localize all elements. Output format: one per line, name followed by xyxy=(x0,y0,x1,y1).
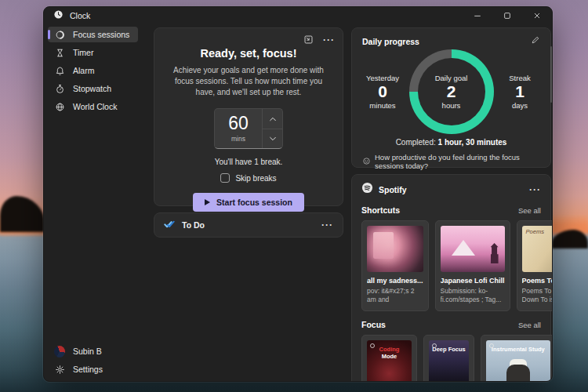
decrease-minutes-button[interactable] xyxy=(263,129,282,149)
playlist-card[interactable]: Instrumental Study Instrumental Study A … xyxy=(481,335,552,382)
spotify-icon xyxy=(361,182,373,197)
daily-progress-panel: Daily progress Yesterday 0 minutes xyxy=(351,27,551,168)
selected-accent-bar xyxy=(48,30,50,39)
stopwatch-icon xyxy=(54,84,65,94)
world-clock-icon xyxy=(54,102,65,112)
alarm-icon xyxy=(54,66,65,76)
todo-check-icon xyxy=(164,218,175,232)
popout-button[interactable] xyxy=(303,34,314,45)
spotify-panel: Spotify ··· Shortcuts See all all my sad… xyxy=(351,174,551,382)
focus-subtitle: Achieve your goals and get more done wit… xyxy=(165,65,332,98)
sidebar-item-label: Focus sessions xyxy=(73,30,129,39)
stat-streak: Streak 1 days xyxy=(499,74,540,110)
todo-panel[interactable]: To Do ··· xyxy=(154,212,343,238)
focus-title: Ready, set, focus! xyxy=(154,47,343,60)
minimize-button[interactable] xyxy=(463,7,492,24)
spotify-title: Spotify xyxy=(379,185,524,194)
sidebar-item-label: World Clock xyxy=(73,102,117,111)
smiley-icon xyxy=(362,157,371,167)
album-art: Deep Focus xyxy=(429,340,469,382)
more-button[interactable]: ··· xyxy=(323,37,335,43)
album-art: CodingMode xyxy=(367,340,412,382)
timer-icon xyxy=(54,48,65,58)
minutes-unit: mins xyxy=(231,135,245,143)
sidebar-item-focus-sessions[interactable]: Focus sessions xyxy=(48,27,138,42)
playlist-card[interactable]: Poems Poems To Calm D... Poems To Calm D… xyxy=(517,220,552,311)
scrollbar[interactable] xyxy=(550,46,553,103)
break-note: You'll have 1 break. xyxy=(154,158,343,166)
progress-ring: Daily goal 2 hours xyxy=(409,49,494,134)
spotify-mini-icon xyxy=(489,343,494,348)
shortcuts-see-all-link[interactable]: See all xyxy=(518,206,541,215)
album-art: Poems xyxy=(522,226,552,272)
sidebar-item-alarm[interactable]: Alarm xyxy=(48,63,138,78)
sidebar-item-settings[interactable]: Settings xyxy=(48,361,138,377)
user-name: Subin B xyxy=(73,347,102,356)
app-title: Clock xyxy=(70,11,90,20)
more-icon: ··· xyxy=(323,37,335,43)
album-art xyxy=(367,226,423,272)
sidebar-item-label: Timer xyxy=(73,48,93,57)
todo-title: To Do xyxy=(182,220,314,230)
spotify-mini-icon xyxy=(370,343,375,348)
maximize-button[interactable] xyxy=(492,7,522,24)
sidebar-item-label: Alarm xyxy=(73,66,94,75)
completed-text: Completed: 1 hour, 30 minutes xyxy=(362,138,540,147)
minutes-value[interactable]: 60 xyxy=(228,114,249,132)
stat-daily-goal: Daily goal 2 hours xyxy=(431,74,472,110)
sidebar-item-timer[interactable]: Timer xyxy=(48,45,138,60)
productivity-question[interactable]: How productive do you feel during the fo… xyxy=(362,153,540,170)
start-focus-session-button[interactable]: Start focus session xyxy=(193,193,304,212)
avatar xyxy=(54,346,65,358)
main-content: ··· Ready, set, focus! Achieve your goal… xyxy=(142,24,552,382)
focus-see-all-link[interactable]: See all xyxy=(518,321,541,329)
close-button[interactable] xyxy=(522,7,552,24)
clock-app-icon xyxy=(53,9,64,23)
sidebar-item-label: Settings xyxy=(73,365,103,374)
spotify-mini-icon xyxy=(432,343,437,348)
chevron-up-icon xyxy=(269,113,277,125)
tree-silhouette-left xyxy=(0,196,45,232)
stat-yesterday: Yesterday 0 minutes xyxy=(362,74,403,110)
album-art xyxy=(441,226,505,272)
titlebar[interactable]: Clock xyxy=(44,7,552,24)
start-button-label: Start focus session xyxy=(216,198,292,207)
focus-setup-panel: ··· Ready, set, focus! Achieve your goal… xyxy=(154,27,343,206)
chevron-down-icon xyxy=(269,132,277,144)
spotify-more-button[interactable]: ··· xyxy=(529,187,541,193)
focus-heading: Focus xyxy=(361,320,386,329)
more-icon: ··· xyxy=(321,222,333,228)
todo-more-button[interactable]: ··· xyxy=(321,222,333,228)
focus-sessions-icon xyxy=(54,30,65,40)
clock-app-window: Clock Focus sessions xyxy=(43,6,553,382)
increase-minutes-button[interactable] xyxy=(263,109,282,129)
daily-progress-title: Daily progress xyxy=(362,37,419,46)
sidebar-item-label: Stopwatch xyxy=(73,84,111,93)
sidebar-item-stopwatch[interactable]: Stopwatch xyxy=(48,81,138,96)
skip-breaks-checkbox[interactable] xyxy=(220,173,230,183)
sidebar: Focus sessions Timer Alarm xyxy=(44,24,142,382)
playlist-card[interactable]: CodingMode Coding Mode Dedicated to all … xyxy=(361,335,417,382)
album-art: Instrumental Study xyxy=(486,340,550,382)
gear-icon xyxy=(54,365,65,375)
minutes-stepper[interactable]: 60 mins xyxy=(214,108,283,149)
edit-pencil-icon xyxy=(531,35,540,47)
playlist-card[interactable]: Deep Focus Deep Focus Keep calm and focu… xyxy=(423,335,474,382)
sidebar-item-world-clock[interactable]: World Clock xyxy=(48,99,138,114)
sidebar-user-account[interactable]: Subin B xyxy=(48,343,138,359)
skip-breaks-label: Skip breaks xyxy=(235,174,276,183)
edit-goal-button[interactable] xyxy=(531,35,540,47)
skip-breaks-toggle[interactable]: Skip breaks xyxy=(154,173,343,183)
playlist-card[interactable]: all my sadness... pov: it&#x27;s 2 am an… xyxy=(361,220,429,311)
more-icon: ··· xyxy=(529,187,541,193)
shortcuts-heading: Shortcuts xyxy=(361,205,400,215)
playlist-card[interactable]: Japanese Lofi Chill Submission: ko-fi.co… xyxy=(435,220,510,311)
play-icon xyxy=(205,199,210,205)
